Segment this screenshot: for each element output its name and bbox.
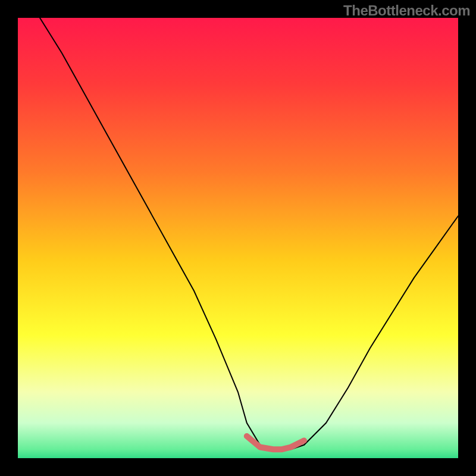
watermark-text: TheBottleneck.com bbox=[343, 2, 470, 19]
chart-container: TheBottleneck.com bbox=[0, 0, 476, 476]
bottleneck-chart bbox=[18, 18, 458, 458]
